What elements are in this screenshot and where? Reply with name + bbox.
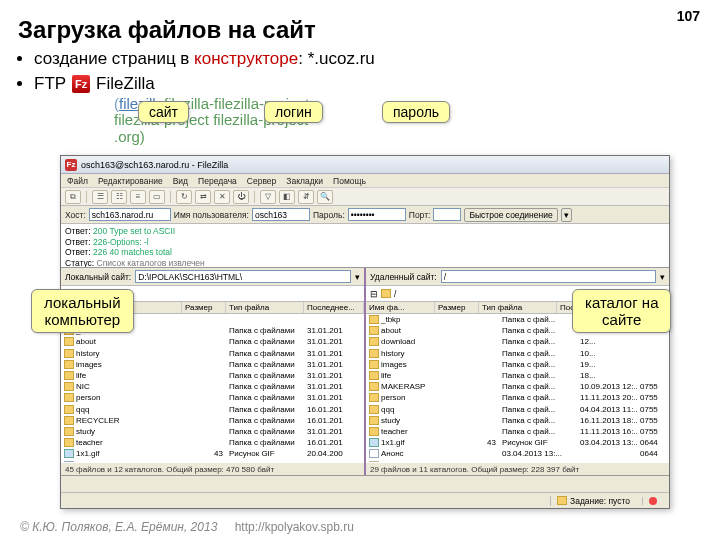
folder-icon [64,438,74,447]
table-row[interactable]: downloadПапка с фай...12... [366,336,669,347]
folder-icon [64,349,74,358]
table-row[interactable]: MAKERASPПапка с фай...10.09.2013 12:...0… [366,381,669,392]
tb-toggle2-icon[interactable]: ☷ [111,190,127,204]
tb-toggle3-icon[interactable]: ≡ [130,190,146,204]
menubar[interactable]: Файл Редактирование Вид Передача Сервер … [61,174,669,188]
bullet-1: создание страниц в конструкторе: *.ucoz.… [34,48,720,71]
table-row[interactable]: studyПапка с фай...16.11.2013 18:...0755 [366,415,669,426]
status-dot-icon [649,497,657,505]
local-file-list[interactable]: .._tПапка с файлами31.01.201aboutПапка с… [61,314,364,462]
menu-file[interactable]: Файл [67,176,88,186]
table-row[interactable]: personПапка с файлами31.01.201 [61,392,364,403]
menu-view[interactable]: Вид [173,176,188,186]
host-input[interactable] [89,208,171,221]
local-path-label: Локальный сайт: [65,272,131,282]
user-input[interactable] [252,208,310,221]
folder-icon [64,337,74,346]
table-row[interactable]: qqqПапка с фай...04.04.2013 11:...0755 [366,404,669,415]
callout-remote: каталог на сайте [572,289,671,333]
local-status: 45 файлов и 12 каталогов. Общий размер: … [61,462,364,475]
tb-disconnect-icon[interactable]: ⏻ [233,190,249,204]
menu-edit[interactable]: Редактирование [98,176,163,186]
queue-icon [557,496,567,505]
menu-bookmarks[interactable]: Закладки [286,176,323,186]
tb-refresh-icon[interactable]: ↻ [176,190,192,204]
remote-file-list[interactable]: _tbkpПапка с фай...04.04.2013 16:...abou… [366,314,669,462]
dropdown-icon[interactable]: ▾ [355,272,360,282]
table-row[interactable]: NICПапка с файлами31.01.201 [61,381,364,392]
tb-process-icon[interactable]: ⇄ [195,190,211,204]
folder-icon [369,405,379,414]
folder-icon [369,315,379,324]
page-number: 107 [677,8,700,24]
folder-icon [369,416,379,425]
queue-text: Задание: пусто [570,496,630,506]
tb-filter-icon[interactable]: ▽ [260,190,276,204]
dropdown-icon[interactable]: ▾ [660,272,665,282]
tb-sep [170,191,171,203]
folder-icon [369,371,379,380]
tb-sitemanager-icon[interactable]: ⧉ [65,190,81,204]
app-icon: Fz [65,159,77,171]
pass-label: Пароль: [313,210,345,220]
remote-path-label: Удаленный сайт: [370,272,437,282]
table-row[interactable]: teacherПапка с фай...11.11.2013 16:...07… [366,426,669,437]
folder-icon [369,349,379,358]
tb-sync-icon[interactable]: ⇵ [298,190,314,204]
table-row[interactable]: imagesПапка с фай...19... [366,359,669,370]
menu-server[interactable]: Сервер [247,176,276,186]
table-row[interactable]: personПапка с фай...11.11.2013 20:...075… [366,392,669,403]
port-input[interactable] [433,208,461,221]
window-title: osch163@sch163.narod.ru - FileZilla [81,160,228,170]
table-row[interactable]: imagesПапка с файлами31.01.201 [61,359,364,370]
slide-title: Загрузка файлов на сайт [0,0,720,48]
gif-icon [64,449,74,458]
table-row[interactable]: lifeПапка с файлами31.01.201 [61,370,364,381]
table-row[interactable]: lifeПапка с фай...18... [366,370,669,381]
remote-path-input[interactable] [441,270,656,283]
copyright: © К.Ю. Поляков, Е.А. Ерёмин, 2013 [20,520,217,534]
bullet-list: создание страниц в конструкторе: *.ucoz.… [0,48,720,145]
callout-site: сайт [138,101,189,123]
app-statusbar: Задание: пусто [61,492,669,508]
table-row[interactable]: 1x1.gif43Рисунок GIF03.04.2013 13:...064… [366,437,669,448]
tb-compare-icon[interactable]: ◧ [279,190,295,204]
filezilla-logo-icon: Fz [72,75,90,93]
folder-icon [381,289,391,298]
quickconnect-dropdown[interactable]: ▾ [561,208,572,222]
menu-help[interactable]: Помощь [333,176,366,186]
gif-icon [369,438,379,447]
pass-input[interactable] [348,208,406,221]
table-row[interactable]: RECYCLERПапка с файлами16.01.201 [61,415,364,426]
menu-transfer[interactable]: Передача [198,176,237,186]
table-row[interactable]: historyПапка с файлами31.01.201 [61,348,364,359]
b1-post: : *.ucoz.ru [298,49,375,68]
callout-password: пароль [382,101,450,123]
b2-ftp: FTP [34,73,66,96]
tb-sep [254,191,255,203]
tb-search-icon[interactable]: 🔍 [317,190,333,204]
window-titlebar: Fz osch163@sch163.narod.ru - FileZilla [61,156,669,174]
table-row[interactable]: studyПапка с файлами31.01.201 [61,426,364,437]
folder-icon [64,416,74,425]
b1-pre: создание страниц в [34,49,194,68]
quickconnect-button[interactable]: Быстрое соединение [464,208,557,222]
folder-icon [64,382,74,391]
table-row[interactable]: aboutПапка с файлами31.01.201 [61,336,364,347]
table-row[interactable]: teacherПапка с файлами16.01.201 [61,437,364,448]
file-icon [369,449,379,458]
tb-cancel-icon[interactable]: ✕ [214,190,230,204]
tb-toggle1-icon[interactable]: ☰ [92,190,108,204]
folder-icon [369,337,379,346]
tb-toggle4-icon[interactable]: ▭ [149,190,165,204]
folder-icon [64,405,74,414]
table-row[interactable]: historyПапка с фай...10... [366,348,669,359]
remote-tree-node[interactable]: / [394,289,396,299]
table-row[interactable]: 1x1.gif43Рисунок GIF20.04.200 [61,448,364,459]
local-path-input[interactable] [135,270,351,283]
table-row[interactable]: Анонс03.04.2013 13:...0644 [366,448,669,459]
folder-icon [369,427,379,436]
folder-icon [64,360,74,369]
link-end: .org) [114,128,145,145]
table-row[interactable]: qqqПапка с файлами16.01.201 [61,404,364,415]
